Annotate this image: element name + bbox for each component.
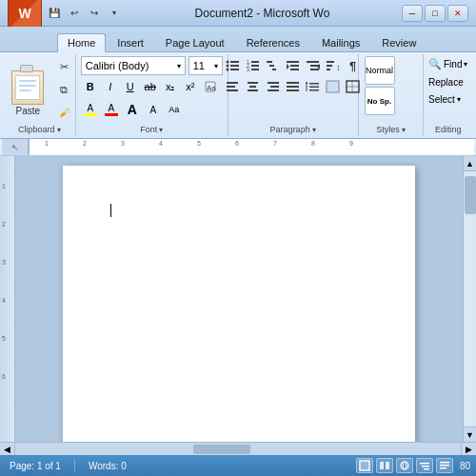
find-button[interactable]: 🔍 Find ▾: [426, 56, 469, 72]
svg-marker-20: [287, 64, 289, 69]
redo-button[interactable]: ↪: [86, 5, 103, 22]
svg-text:↕: ↕: [336, 63, 341, 72]
vscroll-thumb[interactable]: [465, 176, 476, 214]
paste-button[interactable]: Paste: [4, 59, 51, 120]
svg-rect-44: [327, 81, 339, 92]
tab-mailings[interactable]: Mailings: [311, 33, 370, 51]
line-spacing-button[interactable]: [304, 77, 323, 96]
draft-view-button[interactable]: [436, 458, 453, 473]
superscript-button[interactable]: x²: [181, 77, 200, 96]
copy-button[interactable]: ⧉: [53, 79, 74, 100]
underline-button[interactable]: U: [121, 77, 140, 96]
horizontal-ruler: ↖ 1 2 3 4 5 6 7 8 9: [0, 139, 476, 156]
vertical-ruler: 1 2 3 4 5 6: [0, 156, 15, 442]
font-expand-icon[interactable]: ▾: [159, 126, 163, 134]
text-highlight-button[interactable]: A: [81, 100, 100, 119]
svg-rect-11: [251, 65, 259, 67]
select-button[interactable]: Select ▾: [426, 92, 463, 107]
subscript-button[interactable]: x₂: [161, 77, 180, 96]
styles-expand-icon[interactable]: ▾: [402, 126, 406, 134]
minimize-button[interactable]: ─: [402, 5, 423, 22]
font-controls: Calibri (Body) ▾ 11 ▾ B I U ab x₂: [81, 56, 223, 119]
multilevel-list-button[interactable]: [264, 56, 283, 75]
vscroll-track: [464, 171, 476, 426]
decrease-indent-button[interactable]: [284, 56, 303, 75]
font-name-selector[interactable]: Calibri (Body) ▾: [81, 56, 186, 75]
vscroll-up-button[interactable]: ▲: [464, 156, 476, 171]
svg-rect-19: [290, 69, 299, 70]
tab-insert[interactable]: Insert: [107, 33, 154, 51]
no-spacing-style-button[interactable]: No Sp.: [365, 87, 395, 115]
tab-review[interactable]: Review: [371, 33, 426, 51]
change-case-button[interactable]: Aa: [165, 100, 184, 119]
align-left-button[interactable]: [224, 77, 243, 96]
tab-references[interactable]: References: [236, 33, 310, 51]
clipboard-expand-icon[interactable]: ▾: [57, 126, 61, 134]
close-button[interactable]: ✕: [447, 5, 468, 22]
ruler-marks: 1 2 3 4 5 6 7 8 9: [29, 139, 474, 156]
clear-format-button[interactable]: Aa: [201, 77, 220, 96]
justify-button[interactable]: [284, 77, 303, 96]
bullets-button[interactable]: [224, 56, 243, 75]
status-right-area: 80: [356, 458, 470, 473]
full-reading-button[interactable]: [376, 458, 393, 473]
vertical-scrollbar[interactable]: ▲ ▼: [463, 156, 476, 442]
hscroll-left-button[interactable]: ◀: [0, 443, 15, 455]
increase-indent-button[interactable]: [304, 56, 323, 75]
paste-icon: [10, 63, 46, 105]
svg-rect-17: [287, 61, 299, 63]
svg-point-2: [226, 61, 228, 64]
tab-bar: Home Insert Page Layout References Maili…: [0, 27, 476, 51]
font-size-shrink-button[interactable]: A: [144, 100, 163, 119]
align-right-button[interactable]: [264, 77, 283, 96]
svg-rect-56: [422, 466, 429, 467]
maximize-button[interactable]: □: [425, 5, 446, 22]
tab-page-layout[interactable]: Page Layout: [155, 33, 235, 51]
svg-rect-15: [269, 65, 274, 67]
font-size-dropdown-icon: ▾: [214, 62, 218, 70]
numbering-button[interactable]: 1.2.3.: [244, 56, 263, 75]
outline-view-button[interactable]: [416, 458, 433, 473]
align-center-button[interactable]: [244, 77, 263, 96]
italic-button[interactable]: I: [101, 77, 120, 96]
cut-button[interactable]: ✂: [53, 56, 74, 77]
ruler-mark-2: 2: [83, 140, 87, 147]
paragraph-expand-icon[interactable]: ▾: [312, 126, 316, 134]
content-area: ↖ 1 2 3 4 5 6 7 8 9 1 2 3 4: [0, 139, 476, 455]
vscroll-down-button[interactable]: ▼: [464, 426, 476, 442]
svg-rect-5: [230, 65, 239, 67]
find-label: Find: [444, 59, 462, 69]
save-button[interactable]: 💾: [46, 5, 63, 22]
normal-style-button[interactable]: Normal: [365, 56, 395, 85]
page-container[interactable]: [15, 156, 463, 442]
clipboard-clip: [20, 65, 33, 72]
document-page[interactable]: [63, 166, 415, 442]
svg-rect-35: [268, 82, 279, 84]
svg-rect-43: [309, 89, 319, 91]
svg-rect-51: [380, 462, 384, 469]
bold-button[interactable]: B: [81, 77, 100, 96]
font-size-grow-button[interactable]: A: [123, 100, 142, 119]
tab-home[interactable]: Home: [57, 33, 106, 52]
ruler-corner: ↖: [2, 139, 29, 156]
sort-button[interactable]: ↕: [324, 56, 343, 75]
font-color-button[interactable]: A: [102, 100, 121, 119]
paste-label: Paste: [16, 106, 41, 116]
replace-button[interactable]: Replace: [426, 75, 466, 89]
shading-button[interactable]: [324, 77, 343, 96]
undo-button[interactable]: ↩: [66, 5, 83, 22]
clipboard-buttons: Paste ✂ ⧉ 🖌: [4, 56, 74, 123]
hscroll-right-button[interactable]: ▶: [461, 443, 476, 455]
format-painter-button[interactable]: 🖌: [53, 102, 74, 123]
ruler-mark-7: 7: [273, 140, 277, 147]
print-layout-button[interactable]: [356, 458, 373, 473]
font-size-selector[interactable]: 11 ▾: [188, 56, 223, 75]
strikethrough-button[interactable]: ab: [141, 77, 160, 96]
hscroll-thumb[interactable]: [193, 445, 250, 454]
svg-text:Aa: Aa: [207, 84, 216, 92]
svg-rect-36: [270, 86, 279, 88]
web-layout-button[interactable]: [396, 458, 413, 473]
font-name-dropdown-icon: ▾: [177, 62, 181, 70]
qa-dropdown-button[interactable]: ▾: [106, 5, 123, 22]
svg-rect-52: [386, 462, 389, 469]
